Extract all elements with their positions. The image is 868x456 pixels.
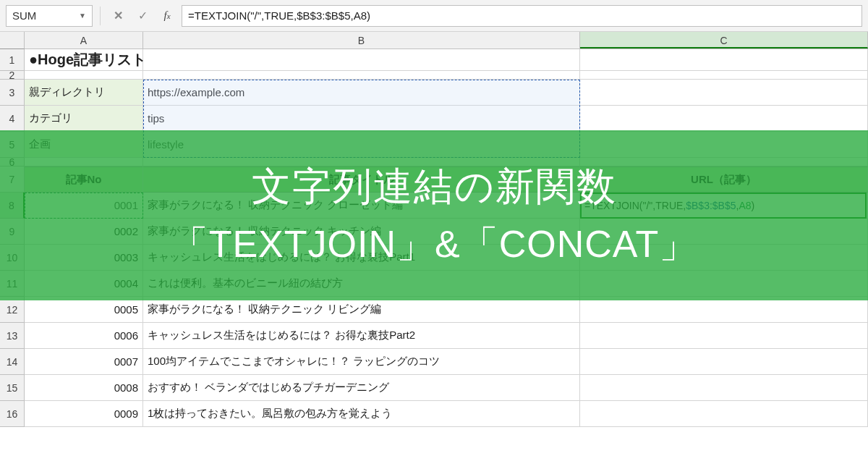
select-all-corner[interactable] — [0, 32, 25, 49]
cell[interactable]: これは便利。基本のビニール紐の結び方 — [143, 271, 580, 297]
cell[interactable]: キャッシュレス生活をはじめるには？ お得な裏技Part2 — [143, 323, 580, 349]
row-header[interactable]: 7 — [0, 166, 25, 193]
table-row: 13 0006 キャッシュレス生活をはじめるには？ お得な裏技Part2 — [0, 323, 868, 349]
formula-part: ) — [752, 200, 755, 211]
cell[interactable]: 0007 — [25, 349, 143, 375]
cell[interactable] — [580, 323, 868, 349]
cell[interactable] — [580, 297, 868, 323]
table-row: 10 0003 キャッシュレス生活をはじめるには？ お得な裏技Part1 — [0, 245, 868, 271]
cell[interactable]: 0008 — [25, 375, 143, 401]
active-cell[interactable]: =TEXTJOIN("/",TRUE,$B$3:$B$5,A8) — [580, 193, 868, 219]
table-row: 15 0008 おすすめ！ ベランダではじめるプチガーデニング — [0, 375, 868, 401]
formula-part: =TEXTJOIN("/",TRUE, — [584, 200, 686, 211]
row-header[interactable]: 13 — [0, 323, 25, 349]
cell[interactable] — [25, 158, 143, 166]
name-box-dropdown-icon[interactable]: ▼ — [79, 12, 86, 20]
formula-bar: SUM ▼ ✕ ✓ fx =TEXTJOIN("/",TRUE,$B$3:$B$… — [0, 0, 868, 32]
cell[interactable] — [580, 80, 868, 106]
table-row: 5 企画 lifestyle — [0, 132, 868, 158]
cell[interactable]: カテゴリ — [25, 106, 143, 132]
cell[interactable]: 家事がラクになる！ 収納テクニック キッチン編 — [143, 219, 580, 245]
row-header[interactable]: 1 — [0, 49, 25, 71]
cell[interactable] — [580, 71, 868, 80]
divider — [100, 7, 101, 25]
cell[interactable] — [580, 401, 868, 427]
row-header[interactable]: 3 — [0, 80, 25, 106]
table-row: 12 0005 家事がラクになる！ 収納テクニック リビング編 — [0, 297, 868, 323]
cell[interactable]: 100均アイテムでここまでオシャレに！？ ラッピングのコツ — [143, 349, 580, 375]
cell[interactable]: 記事タイトル — [143, 166, 580, 193]
table-row: 14 0007 100均アイテムでここまでオシャレに！？ ラッピングのコツ — [0, 349, 868, 375]
table-row: 1 ●Hoge記事リスト — [0, 49, 868, 71]
cell[interactable] — [580, 106, 868, 132]
cell[interactable] — [25, 71, 143, 80]
table-row: 11 0004 これは便利。基本のビニール紐の結び方 — [0, 271, 868, 297]
table-row: 3 親ディレクトリ https://example.com — [0, 80, 868, 106]
row-header[interactable]: 6 — [0, 158, 25, 166]
cell[interactable]: ●Hoge記事リスト — [25, 49, 143, 71]
row-header[interactable]: 5 — [0, 132, 25, 158]
title-text: ●Hoge記事リスト — [29, 50, 146, 69]
cell[interactable] — [580, 132, 868, 158]
col-header-a[interactable]: A — [25, 32, 143, 48]
row-header[interactable]: 8 — [0, 193, 25, 219]
column-headers: A B C — [0, 32, 868, 49]
cell[interactable]: 0001 — [25, 193, 143, 219]
rows: 1 ●Hoge記事リスト 2 3 親ディレクトリ https://example… — [0, 49, 868, 427]
cell[interactable]: 0004 — [25, 271, 143, 297]
row-header[interactable]: 14 — [0, 349, 25, 375]
table-row: 16 0009 1枚は持っておきたい。風呂敷の包み方を覚えよう — [0, 401, 868, 427]
cell[interactable]: https://example.com — [143, 80, 580, 106]
cell[interactable]: URL（記事） — [580, 166, 868, 193]
cancel-button[interactable]: ✕ — [108, 6, 128, 26]
row-header[interactable]: 12 — [0, 297, 25, 323]
cell[interactable]: キャッシュレス生活をはじめるには？ お得な裏技Part1 — [143, 245, 580, 271]
cell[interactable] — [143, 71, 580, 80]
cell[interactable]: おすすめ！ ベランダではじめるプチガーデニング — [143, 375, 580, 401]
cell[interactable]: 0002 — [25, 219, 143, 245]
cell[interactable]: tips — [143, 106, 580, 132]
name-box[interactable]: SUM ▼ — [6, 5, 93, 27]
row-header[interactable]: 15 — [0, 375, 25, 401]
cell[interactable]: 0006 — [25, 323, 143, 349]
row-header[interactable]: 2 — [0, 71, 25, 80]
cell[interactable]: 1枚は持っておきたい。風呂敷の包み方を覚えよう — [143, 401, 580, 427]
col-header-b[interactable]: B — [143, 32, 580, 48]
row-header[interactable]: 4 — [0, 106, 25, 132]
cell[interactable]: 企画 — [25, 132, 143, 158]
cell[interactable]: 0005 — [25, 297, 143, 323]
cell[interactable] — [143, 158, 580, 166]
formula-input[interactable]: =TEXTJOIN("/",TRUE,$B$3:$B$5,A8) — [182, 5, 862, 27]
table-row: 9 0002 家事がラクになる！ 収納テクニック キッチン編 — [0, 219, 868, 245]
cell[interactable]: 0009 — [25, 401, 143, 427]
cell[interactable] — [580, 245, 868, 271]
cell[interactable]: 家事がラクになる！ 収納テクニック リビング編 — [143, 297, 580, 323]
cell[interactable]: 親ディレクトリ — [25, 80, 143, 106]
formula-ref: $B$3:$B$5 — [686, 200, 736, 211]
row-header[interactable]: 11 — [0, 271, 25, 297]
confirm-button[interactable]: ✓ — [132, 6, 153, 26]
col-header-c[interactable]: C — [580, 32, 868, 48]
table-row: 6 — [0, 158, 868, 166]
fx-button[interactable]: fx — [157, 6, 177, 26]
cell[interactable] — [580, 219, 868, 245]
cell[interactable]: lifestyle — [143, 132, 580, 158]
table-row: 4 カテゴリ tips — [0, 106, 868, 132]
name-box-value: SUM — [12, 9, 79, 22]
cell[interactable]: 家事がラクになる！ 収納テクニック クローゼット編 — [143, 193, 580, 219]
row-header[interactable]: 9 — [0, 219, 25, 245]
cell[interactable] — [143, 49, 580, 71]
cell[interactable] — [580, 349, 868, 375]
cell[interactable] — [580, 49, 868, 71]
row-header[interactable]: 16 — [0, 401, 25, 427]
table-row: 8 0001 家事がラクになる！ 収納テクニック クローゼット編 =TEXTJO… — [0, 193, 868, 219]
row-header[interactable]: 10 — [0, 245, 25, 271]
cell[interactable] — [580, 271, 868, 297]
cell[interactable]: 0003 — [25, 245, 143, 271]
table-row: 7 記事No 記事タイトル URL（記事） — [0, 166, 868, 193]
cell[interactable]: 記事No — [25, 166, 143, 193]
cell[interactable] — [580, 158, 868, 166]
formula-text: =TEXTJOIN("/",TRUE,$B$3:$B$5,A8) — [188, 9, 370, 22]
cell[interactable] — [580, 375, 868, 401]
spreadsheet: A B C 1 ●Hoge記事リスト 2 3 親ディレクトリ https://e… — [0, 32, 868, 427]
